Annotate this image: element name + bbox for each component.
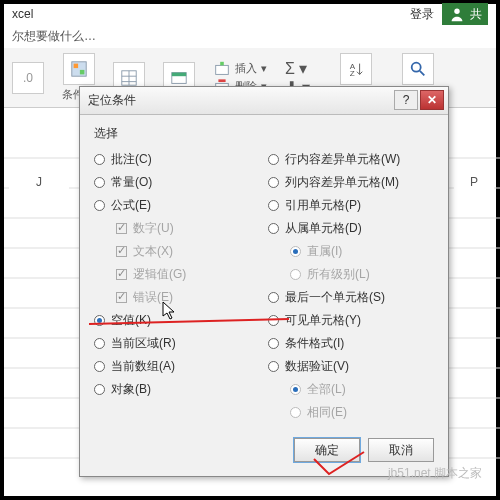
chk-numbers-label: 数字(U) <box>133 220 174 237</box>
chk-numbers: 数字(U) <box>94 217 260 240</box>
opt-last-cell[interactable]: 最后一个单元格(S) <box>268 286 434 309</box>
svg-rect-3 <box>79 70 84 75</box>
close-icon: ✕ <box>427 93 437 107</box>
opt-precedents-label: 引用单元格(P) <box>285 197 361 214</box>
opt-dependents[interactable]: 从属单元格(D) <box>268 217 434 240</box>
svg-rect-11 <box>220 61 224 65</box>
insert-label: 插入 <box>235 61 257 76</box>
opt-blanks[interactable]: 空值(K) <box>94 309 260 332</box>
chk-text: 文本(X) <box>94 240 260 263</box>
opt-col-diff[interactable]: 列内容差异单元格(M) <box>268 171 434 194</box>
help-icon: ? <box>403 93 410 107</box>
opt-all-levels: 所有级别(L) <box>268 263 434 286</box>
goto-special-dialog: 定位条件 ? ✕ 选择 批注(C) 常量(O) 公式(E) 数字(U) 文本(X… <box>79 86 449 477</box>
section-label: 选择 <box>94 125 434 142</box>
help-button[interactable]: ? <box>394 90 418 110</box>
dialog-title: 定位条件 <box>88 92 136 109</box>
opt-constants[interactable]: 常量(O) <box>94 171 260 194</box>
opt-precedents[interactable]: 引用单元格(P) <box>268 194 434 217</box>
number-format-icon: .0 <box>12 62 44 94</box>
svg-rect-2 <box>73 64 78 69</box>
opt-constants-label: 常量(O) <box>111 174 152 191</box>
opt-row-diff-label: 行内容差异单元格(W) <box>285 151 400 168</box>
dialog-titlebar[interactable]: 定位条件 ? ✕ <box>80 87 448 115</box>
opt-objects[interactable]: 对象(B) <box>94 378 260 401</box>
sort-icon: AZ <box>340 53 372 85</box>
opt-objects-label: 对象(B) <box>111 381 151 398</box>
chk-logicals: 逻辑值(G) <box>94 263 260 286</box>
svg-line-17 <box>420 71 425 76</box>
cancel-button[interactable]: 取消 <box>368 438 434 462</box>
col-header-p[interactable]: P <box>454 172 494 192</box>
opt-visible[interactable]: 可见单元格(Y) <box>268 309 434 332</box>
tell-me-text: 尔想要做什么… <box>12 28 96 45</box>
opt-all-levels-label: 所有级别(L) <box>307 266 370 283</box>
opt-data-valid[interactable]: 数据验证(V) <box>268 355 434 378</box>
opt-row-diff[interactable]: 行内容差异单元格(W) <box>268 148 434 171</box>
opt-direct: 直属(I) <box>268 240 434 263</box>
cancel-label: 取消 <box>389 442 413 459</box>
opt-visible-label: 可见单元格(Y) <box>285 312 361 329</box>
insert-cells-button[interactable]: 插入 ▾ <box>213 60 267 78</box>
chk-errors-label: 错误(E) <box>133 289 173 306</box>
left-column: 批注(C) 常量(O) 公式(E) 数字(U) 文本(X) 逻辑值(G) 错误(… <box>94 148 260 424</box>
svg-rect-9 <box>172 72 186 76</box>
tell-me-tab[interactable]: 尔想要做什么… <box>4 24 496 48</box>
svg-point-0 <box>454 9 459 14</box>
ok-label: 确定 <box>315 442 339 459</box>
share-button[interactable]: 共 <box>442 3 488 25</box>
opt-data-valid-label: 数据验证(V) <box>285 358 349 375</box>
search-icon <box>402 53 434 85</box>
insert-icon <box>213 60 231 78</box>
cond-format-icon <box>63 53 95 85</box>
opt-current-array[interactable]: 当前数组(A) <box>94 355 260 378</box>
svg-text:Z: Z <box>350 69 355 78</box>
opt-formulas[interactable]: 公式(E) <box>94 194 260 217</box>
app-title: xcel <box>12 7 33 21</box>
share-label: 共 <box>470 6 482 23</box>
opt-current-region-label: 当前区域(R) <box>111 335 176 352</box>
ok-button[interactable]: 确定 <box>294 438 360 462</box>
opt-dependents-label: 从属单元格(D) <box>285 220 362 237</box>
right-column: 行内容差异单元格(W) 列内容差异单元格(M) 引用单元格(P) 从属单元格(D… <box>268 148 434 424</box>
opt-col-diff-label: 列内容差异单元格(M) <box>285 174 399 191</box>
chk-text-label: 文本(X) <box>133 243 173 260</box>
user-icon <box>448 5 466 23</box>
opt-cond-fmt[interactable]: 条件格式(I) <box>268 332 434 355</box>
close-button[interactable]: ✕ <box>420 90 444 110</box>
chk-logicals-label: 逻辑值(G) <box>133 266 186 283</box>
opt-current-region[interactable]: 当前区域(R) <box>94 332 260 355</box>
opt-cond-fmt-label: 条件格式(I) <box>285 335 344 352</box>
col-header-j[interactable]: J <box>9 172 69 192</box>
opt-formulas-label: 公式(E) <box>111 197 151 214</box>
watermark: jb51.net 脚本之家 <box>388 465 482 482</box>
opt-last-cell-label: 最后一个单元格(S) <box>285 289 385 306</box>
svg-rect-10 <box>216 65 229 74</box>
login-link[interactable]: 登录 <box>410 6 434 23</box>
opt-all-label: 全部(L) <box>307 381 346 398</box>
opt-current-array-label: 当前数组(A) <box>111 358 175 375</box>
number-format-group[interactable]: .0 <box>12 62 44 94</box>
opt-all: 全部(L) <box>268 378 434 401</box>
opt-direct-label: 直属(I) <box>307 243 342 260</box>
opt-same-label: 相同(E) <box>307 404 347 421</box>
window-titlebar: xcel 登录 共 <box>4 4 496 24</box>
opt-same: 相同(E) <box>268 401 434 424</box>
opt-comments-label: 批注(C) <box>111 151 152 168</box>
opt-comments[interactable]: 批注(C) <box>94 148 260 171</box>
chk-errors: 错误(E) <box>94 286 260 309</box>
svg-point-16 <box>412 63 421 72</box>
opt-blanks-label: 空值(K) <box>111 312 151 329</box>
